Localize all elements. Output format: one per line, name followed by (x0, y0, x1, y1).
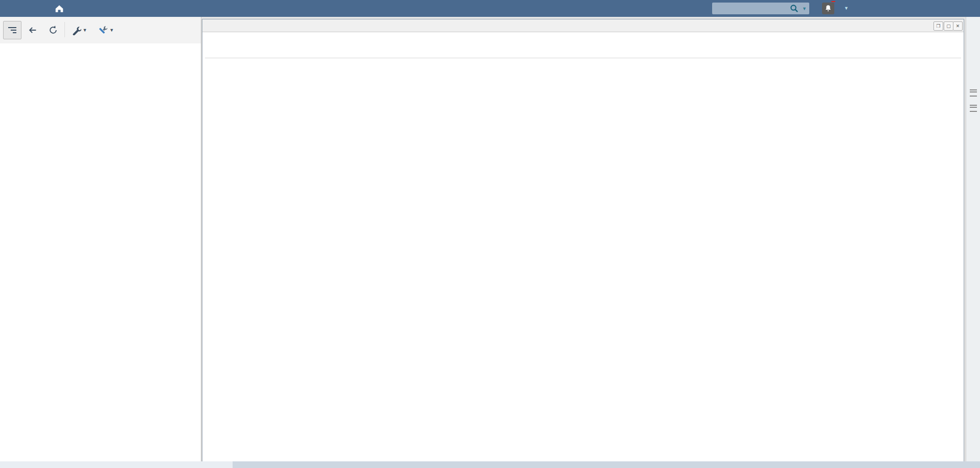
wrench-menu-caret-icon: ▼ (83, 28, 87, 33)
search-scope-caret-icon[interactable]: ▼ (802, 6, 807, 11)
wrench-menu-button[interactable]: ▼ (67, 21, 91, 39)
tree-toggle-button[interactable] (3, 21, 21, 39)
gantt-toolbar (205, 32, 961, 58)
window-close-icon[interactable]: ✕ (953, 21, 963, 31)
navigation-panel: ▼ ▼ (0, 17, 201, 461)
tools-menu-button[interactable]: ▼ (93, 21, 119, 39)
back-button[interactable] (24, 21, 42, 39)
window-restore-icon[interactable]: ❐ (933, 21, 943, 31)
plan-window: ❐ ▢ ✕ (202, 19, 964, 462)
global-search: ▼ (712, 3, 809, 14)
refresh-button[interactable] (44, 21, 62, 39)
page: ▼ ▼ (0, 0, 980, 468)
navigation-toolbar: ▼ ▼ (0, 17, 201, 44)
right-dock-strip[interactable] (966, 17, 980, 461)
window-maximize-icon[interactable]: ▢ (944, 21, 953, 31)
search-input[interactable] (715, 3, 789, 14)
dock-handle-icon[interactable] (970, 89, 977, 97)
user-caret-icon: ▼ (844, 6, 849, 11)
notifications-bell-icon[interactable] (822, 3, 834, 14)
window-titlebar[interactable]: ❐ ▢ ✕ (202, 19, 964, 32)
user-menu[interactable]: ▼ (842, 5, 849, 11)
object-tree (0, 43, 201, 461)
top-navigation-bar: ▼ ▼ (0, 0, 980, 17)
dock-handle-icon[interactable] (970, 105, 977, 112)
tdm365-logo-icon (8, 4, 18, 13)
tools-menu-caret-icon: ▼ (109, 28, 114, 33)
page-horizontal-scrollbar[interactable] (0, 461, 980, 468)
notifications-badge (831, 1, 835, 2)
page-scroll-thumb[interactable] (0, 461, 233, 468)
search-icon[interactable] (790, 4, 799, 13)
home-icon[interactable] (54, 4, 65, 14)
